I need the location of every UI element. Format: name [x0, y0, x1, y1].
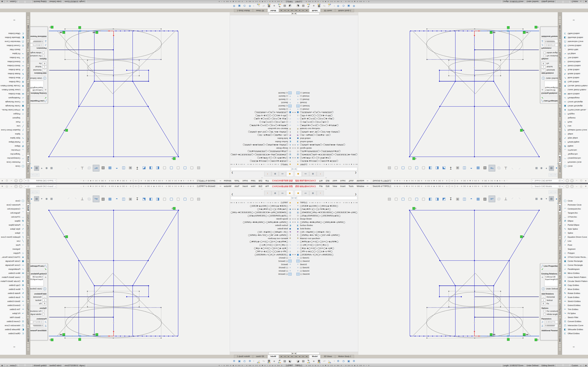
tree-item[interactable]: ◩◯Ƨ5·∩Ж♟ΑM◯∘◯MΑ♟Ж∩·5Ƨ◯ [230, 133, 294, 137]
bottom-tool-5[interactable]: ⇄ [261, 359, 266, 363]
tab-⋮[interactable]: ⋮ [27, 348, 30, 351]
search-dropdown-icon[interactable]: ▾ [25, 180, 27, 182]
tool-trim-entities[interactable]: ✂Trim Entities [562, 307, 588, 311]
headsup-icon-19[interactable]: ◝ [65, 196, 72, 202]
tab-data-migration[interactable]: Data Migration [27, 51, 30, 65]
relation-badge-slash[interactable]: / [507, 26, 510, 29]
headsup-icon-15[interactable]: ↩ [93, 165, 99, 171]
tree-item[interactable]: ✦◯Ƨ5ƎE✚·♟◎ΛΑΦ◯∘◯ΦΑΛ◎♟·✚EƎ5Ƨ◯ [294, 159, 358, 163]
tool-rotate-entities[interactable]: ↻Rotate Entities [562, 291, 588, 295]
bottom-tool-2[interactable]: ✎ [277, 359, 282, 363]
tool-mirror-entities[interactable]: ⋈Mirror Entities [0, 92, 26, 96]
parameter-value[interactable]: 0.00000000° [545, 324, 558, 327]
tree-item[interactable]: ⚙Material <not specified> [294, 237, 358, 240]
bottom-tool-0[interactable]: ◪ [296, 359, 300, 363]
feature-tab-3[interactable]: ◔ [264, 191, 271, 195]
view-icon-2[interactable]: ▾ [544, 166, 549, 171]
tool-style-spline[interactable]: ∿Style Spline [0, 227, 26, 231]
tab-nav-2[interactable]: ▶ [302, 9, 305, 12]
tool-spline[interactable]: ≈Spline [562, 132, 588, 136]
add-relation-vertical[interactable]: ❘Vertical [541, 299, 558, 302]
tree-item[interactable]: ▶▆◯Ƨ5ƎEИNΑ∪·#◯®◯#·∪ΑNИEƎ5Ƨ◯ [294, 111, 358, 114]
tool-silhouette-entities[interactable]: ◧Silhouette Entities [0, 36, 26, 40]
tool-intersection-curve[interactable]: ⋂Intersection Curve [562, 323, 588, 327]
headsup-icon-12[interactable]: ◓ [468, 196, 475, 202]
headsup-icon-11[interactable]: ◫ [461, 196, 467, 202]
tool-center-rectangle[interactable]: ▣Center Rectangle [0, 259, 26, 263]
relation-badge-corner[interactable]: ╱3 [50, 339, 53, 341]
headsup-icon-17[interactable]: ⊥ [79, 196, 85, 202]
tab-nav-3[interactable]: ▶| [305, 9, 309, 12]
headsup-icon-14[interactable]: ▨ [100, 165, 106, 171]
sketch-triangle-right[interactable] [475, 273, 531, 336]
headsup-icon-1[interactable]: ▢ [393, 196, 399, 202]
tab-surfaces[interactable]: Surfaces [558, 144, 561, 154]
tree-item[interactable]: ▱◯✚ИN◎♟+◯✳⊙[◯∘◯]⊙✳◯+♟◎NИ✚◯ [294, 124, 358, 127]
headsup-icon-17[interactable]: ⊥ [503, 165, 509, 171]
tool-stretch-entities[interactable]: ↦Stretch Entities [0, 64, 26, 68]
feature-tab-2[interactable]: ⊕ [272, 172, 279, 176]
bottom-tool-1[interactable]: ▤ [301, 359, 306, 363]
doctab-motion-study-1[interactable]: Motion Study 1 [335, 355, 354, 358]
tree-item[interactable]: ▱◯✚ʒq∘♟◯✳⊙[◯∘◯]⊙✳◯♟∘qʒ✚◯ [230, 246, 294, 250]
headsup-icon-9[interactable]: ↧ [134, 165, 140, 171]
search-icon[interactable]: Q [558, 185, 561, 187]
option-for-construction[interactable]: For construction [541, 309, 558, 313]
tab-direct-editing[interactable]: Direct Editing [27, 130, 30, 143]
existing-relations-header[interactable]: Existing Relations∧ [30, 272, 47, 275]
tree-item[interactable]: ✦◯Ƨ5ƎE✚·♟◎ΛΑΦ◯∘◯ΦΑΛ◎♟·✚EƎ5Ƨ◯ [230, 159, 294, 163]
tool-circular-sketch-pattern[interactable]: ❖Circular Sketch Pattern [0, 84, 26, 88]
tab-⋮[interactable]: ⋮ [558, 348, 561, 351]
equal-length-badge-2[interactable]: =109 [60, 31, 65, 34]
doctab-model[interactable]: Model [309, 9, 320, 12]
menu-insert[interactable]: Insert [241, 179, 249, 182]
scroll-left-icon[interactable]: ◀ [294, 352, 296, 354]
tool-extend-entities[interactable]: ⊢Extend Entities [0, 60, 26, 64]
menu-edit[interactable]: Edit [324, 185, 331, 188]
headsup-icon-5[interactable]: ▢ [420, 196, 427, 202]
tree-item[interactable]: ▱◯·◎✚◯✳⊙[◯∘◯]⊙✳◯✚◎·◯ [294, 121, 358, 124]
parameters-header[interactable]: Parameters∧ [30, 47, 47, 50]
tree-item[interactable]: ◼Solid Bodies [294, 227, 358, 230]
headsup-icon-12[interactable]: ◓ [113, 165, 120, 171]
parameter-value[interactable]: 10.88152731 [30, 320, 43, 324]
sketch-canvas[interactable] [358, 189, 558, 355]
sketch-diagonal-left[interactable] [133, 81, 179, 157]
tree-item[interactable]: ▶▤Design Binder [230, 146, 294, 150]
additional-parameters-header[interactable]: Additional Parameters∨ [541, 329, 558, 332]
headsup-icon-2[interactable]: ▢ [400, 165, 406, 171]
panel-splitter[interactable]: ● [230, 189, 294, 190]
tool-trim-entities[interactable]: ✂Trim Entities [562, 56, 588, 60]
relation-badge-diagonal[interactable]: ╱➤ [520, 129, 525, 132]
headsup-icon-11[interactable]: ◫ [121, 165, 127, 171]
selected-point-handle[interactable] [79, 30, 81, 32]
menu-window[interactable]: Window [222, 179, 233, 182]
additional-parameters-header[interactable]: Additional Parameters∨ [541, 35, 558, 38]
headsup-icon-2[interactable]: ▢ [182, 165, 188, 171]
headsup-icon-12[interactable]: ◓ [468, 165, 475, 171]
expand-icon[interactable]: ▶ [292, 112, 294, 113]
add-relation-vertical[interactable]: ❘Vertical [30, 299, 47, 302]
selected-point-handle[interactable] [507, 30, 509, 32]
tool-segment[interactable]: ⁚Segment [562, 247, 588, 251]
relation-entry[interactable]: Collinear108 [545, 275, 558, 278]
headsup-icon-16[interactable]: @ [86, 165, 92, 171]
equal-length-badge-2[interactable]: =109 [523, 333, 528, 336]
status-custom-dropdown[interactable]: Custom▴ [5, 364, 18, 367]
mbd-icon[interactable]: ◈ [0, 0, 4, 3]
tree-item[interactable]: ⊥◯ИN∘q∘♟◎◯◯∘◯◯◎♟∘q∘NИ◯ [230, 250, 294, 253]
expand-icon[interactable]: ▶ [292, 221, 294, 223]
tool-stretch-entities[interactable]: ↦Stretch Entities [562, 64, 588, 68]
bottom-tool-2[interactable]: ✎ [306, 359, 311, 363]
feature-tab-3[interactable]: ◔ [264, 172, 271, 176]
tab-direct-editing[interactable]: Direct Editing [558, 130, 561, 143]
tree-item[interactable]: ⚙Material <not specified> [230, 127, 294, 130]
search-input[interactable] [534, 179, 558, 182]
tab-nav-2[interactable]: ▶ [283, 9, 286, 12]
tree-item[interactable]: ⌗(-) Sketch6 [294, 272, 358, 276]
tree-item[interactable]: ✦◯Ƨ5ƎE✚·♟◎ΛΑΦ◯∘◯ΦΑΛ◎♟·✚EƎ5Ƨ◯ [294, 204, 358, 208]
search-icon[interactable]: Q [27, 180, 30, 182]
relation-badge-corner[interactable]: ╱3 [535, 26, 538, 28]
tree-item[interactable]: ⌗Sketch3 [230, 263, 294, 266]
option-for-construction[interactable]: For construction [30, 309, 47, 313]
